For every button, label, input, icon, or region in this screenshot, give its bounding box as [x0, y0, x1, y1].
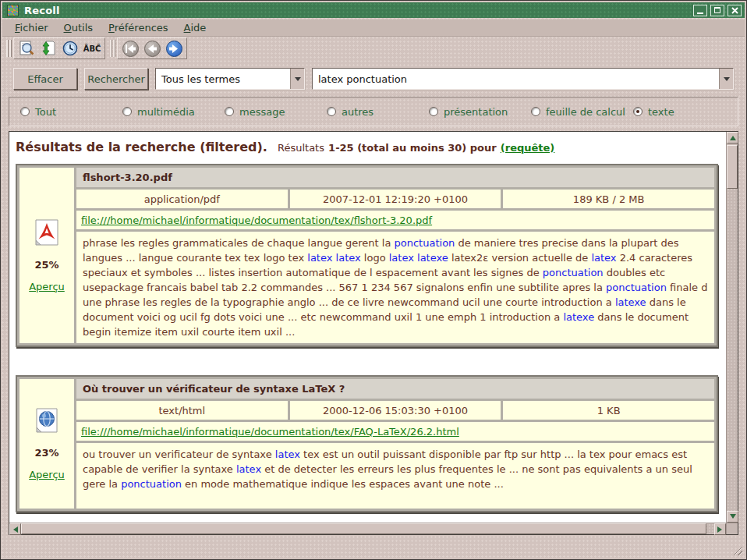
chevron-down-icon [295, 77, 301, 84]
html-file-icon [35, 407, 58, 437]
history-clock-button[interactable] [60, 39, 80, 58]
result-title: flshort-3.20.pdf [76, 168, 714, 187]
radio-icon [122, 107, 132, 116]
search-button[interactable]: Rechercher [84, 68, 148, 90]
next-page-icon [166, 41, 182, 57]
menu-fichier[interactable]: Fichier [7, 20, 56, 36]
menu-preferences[interactable]: Préférences [101, 20, 175, 36]
result-date: 2007-12-01 12:19:20 +0100 [290, 190, 501, 208]
filter-option-presentation[interactable]: présentation [429, 106, 531, 118]
filter-option-multimedia[interactable]: multimédia [122, 106, 225, 118]
triangle-up-icon [730, 133, 736, 140]
search-query-combo [312, 68, 734, 90]
scrollbar-corner [726, 523, 738, 534]
menu-outils[interactable]: Outils [56, 20, 101, 36]
radio-icon [20, 107, 30, 116]
vertical-scrollbar[interactable] [726, 132, 738, 523]
clear-button[interactable]: Effacer [13, 68, 77, 90]
scroll-right-button[interactable] [714, 523, 726, 535]
resize-grip[interactable] [732, 545, 742, 555]
term-mode-dropdown-button[interactable] [290, 69, 304, 89]
result-size: 189 KB / 2 MB [503, 190, 714, 208]
relevance-percent: 25% [34, 259, 58, 271]
minimize-button[interactable] [693, 5, 707, 16]
results-header: Résultats de la recherche (filtered). Ré… [16, 140, 723, 154]
filter-label: texte [648, 106, 674, 118]
result-side-cell: 25% Aperçu [19, 168, 74, 343]
pdf-file-icon [35, 219, 58, 249]
close-icon [731, 7, 738, 14]
status-bar [2, 535, 745, 558]
result-snippet: ou trouver un verificateur de syntaxe la… [76, 443, 714, 509]
query-details-link[interactable]: (requête) [501, 142, 555, 154]
filter-option-message[interactable]: message [225, 106, 327, 118]
menu-aide[interactable]: Aide [176, 20, 214, 36]
first-page-icon [122, 41, 139, 57]
filter-option-feuille-de-calcul[interactable]: feuille de calcul [531, 106, 633, 118]
result-side-cell: 23% Aperçu [19, 379, 74, 509]
search-query-input[interactable] [313, 69, 719, 89]
vertical-scroll-thumb[interactable] [727, 145, 738, 189]
close-button[interactable] [728, 5, 742, 16]
filter-option-texte[interactable]: texte [633, 106, 674, 118]
scroll-left-button[interactable] [9, 523, 21, 535]
filter-option-tout[interactable]: Tout [20, 106, 122, 118]
result-item: 25% Aperçu flshort-3.20.pdf application/… [16, 164, 718, 347]
toolbar-handle[interactable] [6, 40, 12, 57]
first-page-button[interactable] [120, 39, 140, 58]
previous-page-icon [144, 41, 161, 57]
search-bar: Effacer Rechercher Tous les termes [13, 68, 734, 90]
results-summary: Résultats [278, 142, 324, 154]
horizontal-scrollbar[interactable] [9, 523, 726, 534]
filter-label: message [239, 106, 285, 118]
toolbar-handle-2[interactable] [110, 40, 115, 57]
previous-page-button[interactable] [142, 39, 162, 58]
filter-option-autres[interactable]: autres [327, 106, 429, 118]
maximize-button[interactable] [710, 5, 724, 16]
maximize-icon [714, 7, 720, 13]
result-meta-row: text/html 2000-12-06 15:03:30 +0100 1 KB [76, 401, 714, 420]
window-controls [693, 5, 742, 16]
title-bar[interactable]: Recoll [2, 2, 745, 18]
preview-link[interactable]: Aperçu [29, 469, 65, 480]
filter-label: Tout [35, 106, 56, 118]
results-summary-count: 1-25 (total au moins 30) pour [328, 142, 497, 154]
update-index-icon [40, 40, 57, 57]
preview-link[interactable]: Aperçu [29, 281, 65, 292]
term-explorer-icon: ÂBĈ [83, 44, 101, 53]
result-item: 23% Aperçu Où trouver un vérificateur de… [16, 375, 718, 512]
filter-label: feuille de calcul [546, 106, 625, 118]
radio-icon [327, 107, 336, 116]
window-title: Recoll [24, 5, 60, 16]
category-filter-frame: Tout multimédia message autres présentat… [9, 97, 738, 126]
recoll-window: Recoll Fichier Outils Préférences Aide [0, 0, 747, 560]
recoll-app-icon [7, 5, 19, 16]
chevron-down-icon [724, 77, 730, 84]
term-mode-select[interactable]: Tous les termes [155, 68, 305, 90]
radio-icon [429, 107, 438, 116]
scroll-down-button[interactable] [727, 511, 738, 523]
history-clock-icon [62, 40, 79, 57]
horizontal-scroll-thumb[interactable] [21, 523, 706, 534]
term-explorer-button[interactable]: ÂBĈ [82, 39, 102, 58]
term-mode-value: Tous les termes [156, 69, 290, 89]
toolbar-group-nav [117, 37, 187, 59]
results-list: Résultats de la recherche (filtered). Ré… [9, 132, 726, 523]
minimize-icon [697, 12, 703, 14]
result-url-link[interactable]: file:///home/michael/informatique/docume… [81, 426, 459, 438]
next-page-button[interactable] [164, 39, 184, 58]
update-index-button[interactable] [38, 39, 58, 58]
result-url-row: file:///home/michael/informatique/docume… [76, 211, 714, 229]
radio-icon [225, 107, 234, 116]
filter-label: autres [342, 106, 374, 118]
query-history-dropdown-button[interactable] [719, 69, 733, 89]
document-search-icon [18, 40, 35, 57]
result-details: Où trouver un vérificateur de syntaxe La… [76, 379, 714, 509]
result-url-link[interactable]: file:///home/michael/informatique/docume… [81, 214, 432, 226]
scroll-up-button[interactable] [727, 132, 738, 144]
triangle-left-icon [10, 526, 18, 533]
result-mime-type: text/html [76, 401, 288, 420]
vertical-scroll-trough[interactable] [727, 189, 738, 511]
document-search-button[interactable] [16, 39, 37, 58]
results-heading: Résultats de la recherche (filtered). [16, 140, 267, 154]
